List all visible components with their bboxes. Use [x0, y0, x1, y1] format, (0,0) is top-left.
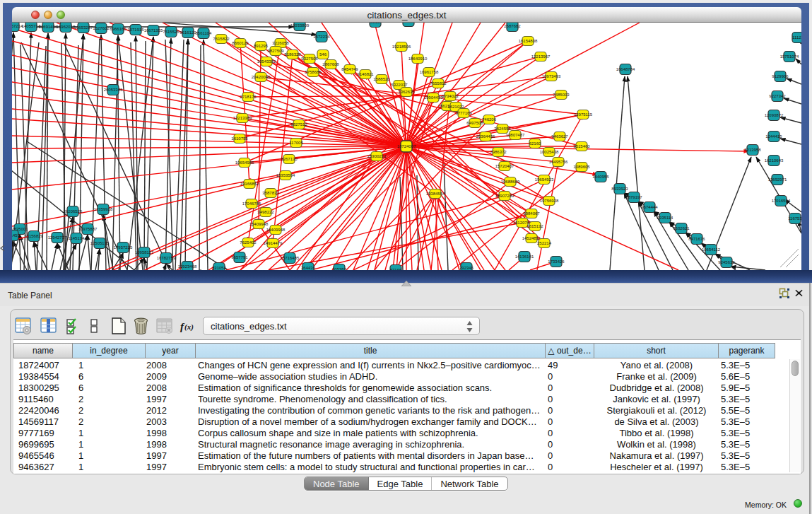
svg-text:12505135: 12505135	[90, 241, 110, 245]
svg-text:7485003: 7485003	[553, 93, 570, 97]
svg-text:12093872: 12093872	[765, 113, 784, 117]
svg-text:12213967: 12213967	[531, 54, 551, 59]
svg-text:26206526: 26206526	[64, 209, 83, 214]
svg-text:3498222: 3498222	[257, 210, 274, 214]
svg-text:16782759: 16782759	[157, 256, 176, 260]
svg-text:16671355: 16671355	[144, 28, 163, 33]
svg-text:1362635: 1362635	[398, 90, 415, 94]
svg-text:5758685: 5758685	[305, 70, 322, 74]
svg-text:10654112: 10654112	[702, 247, 721, 252]
svg-text:8471676: 8471676	[688, 237, 705, 241]
svg-text:6879197: 6879197	[625, 195, 642, 199]
svg-text:2935114: 2935114	[657, 216, 674, 220]
svg-text:9146821: 9146821	[357, 72, 374, 76]
svg-text:16961758: 16961758	[420, 70, 439, 74]
svg-text:1588520: 1588520	[373, 77, 390, 81]
svg-text:10688609: 10688609	[501, 180, 520, 184]
svg-text:1071915: 1071915	[127, 28, 144, 32]
svg-text:1244415: 1244415	[765, 134, 782, 139]
svg-text:16154808: 16154808	[519, 39, 538, 43]
svg-text:13692971: 13692971	[768, 177, 787, 182]
svg-text:9984067: 9984067	[523, 211, 540, 216]
svg-text:16033809: 16033809	[290, 23, 310, 28]
svg-text:3624554: 3624554	[494, 127, 511, 131]
svg-text:9674444: 9674444	[641, 205, 658, 209]
svg-text:746206: 746206	[482, 117, 497, 122]
svg-text:12975115: 12975115	[574, 112, 593, 117]
svg-text:16210643: 16210643	[765, 158, 784, 163]
svg-text:8813: 8813	[370, 23, 380, 24]
svg-text:252214: 252214	[537, 241, 552, 245]
svg-text:14524851: 14524851	[522, 236, 541, 240]
svg-text:16648784: 16648784	[616, 67, 635, 71]
svg-text:9827509: 9827509	[267, 49, 284, 53]
svg-text:8933923: 8933923	[611, 187, 628, 191]
svg-text:14495756: 14495756	[549, 160, 568, 164]
svg-text:1089605: 1089605	[573, 165, 590, 169]
svg-text:15353594: 15353594	[276, 173, 295, 177]
svg-text:2867608: 2867608	[322, 62, 339, 66]
svg-text:19218506: 19218506	[392, 45, 411, 49]
svg-text:2687682: 2687682	[504, 24, 521, 28]
svg-text:6966160: 6966160	[110, 27, 126, 31]
svg-text:7615822: 7615822	[213, 37, 230, 41]
svg-text:15716485: 15716485	[281, 256, 300, 260]
svg-text:19654923: 19654923	[535, 177, 554, 182]
svg-text:19756928: 19756928	[540, 199, 559, 203]
svg-text:20420046: 20420046	[252, 75, 271, 79]
svg-text:10973493: 10973493	[542, 74, 561, 78]
svg-text:20691406: 20691406	[39, 25, 58, 29]
svg-text:10025438: 10025438	[540, 150, 559, 154]
svg-text:8561104: 8561104	[196, 31, 213, 35]
svg-text:10975887: 10975887	[78, 227, 98, 231]
svg-text:8454749: 8454749	[341, 67, 358, 71]
svg-text:8213958: 8213958	[744, 148, 761, 152]
svg-text:9227342: 9227342	[769, 94, 786, 98]
svg-text:116753: 116753	[788, 216, 801, 221]
svg-text:7625402: 7625402	[240, 240, 257, 245]
svg-text:9616120: 9616120	[180, 30, 196, 35]
svg-text:14136141: 14136141	[515, 255, 534, 259]
svg-text:1610755: 1610755	[231, 136, 248, 141]
svg-text:9245612: 9245612	[718, 260, 735, 264]
svg-text:15720407: 15720407	[495, 164, 514, 168]
svg-text:891295: 891295	[254, 44, 269, 48]
svg-text:8267130: 8267130	[281, 157, 298, 161]
svg-text:3587833: 3587833	[262, 191, 279, 195]
svg-text:9129906: 9129906	[772, 74, 789, 78]
svg-text:9827512: 9827512	[290, 122, 307, 127]
svg-text:5322037: 5322037	[391, 83, 408, 87]
svg-text:17046786: 17046786	[242, 201, 261, 206]
svg-text:15751074: 15751074	[780, 54, 799, 59]
svg-text:6497508: 6497508	[466, 121, 483, 125]
svg-text:9734023: 9734023	[442, 94, 459, 98]
svg-text:7986372: 7986372	[490, 150, 507, 154]
svg-text:9777169: 9777169	[455, 111, 472, 115]
svg-text:10653287: 10653287	[74, 25, 93, 30]
svg-text:25300213: 25300213	[367, 154, 387, 158]
svg-text:1527602: 1527602	[93, 26, 110, 30]
svg-text:17957225: 17957225	[114, 245, 133, 250]
svg-text:15409948: 15409948	[249, 222, 269, 226]
svg-text:12923468: 12923468	[178, 264, 197, 269]
svg-text:10654985: 10654985	[235, 160, 254, 165]
svg-text:117005: 117005	[289, 141, 303, 145]
svg-text:10958117: 10958117	[135, 250, 154, 255]
svg-text:9657791: 9657791	[231, 255, 248, 259]
svg-text:7515526: 7515526	[163, 30, 180, 34]
svg-text:1733426: 1733426	[548, 259, 565, 264]
svg-text:3572234: 3572234	[313, 35, 330, 39]
svg-text:14914479: 14914479	[264, 241, 283, 245]
svg-text:26053346: 26053346	[104, 88, 123, 92]
svg-text:11123: 11123	[792, 35, 801, 40]
svg-text:10543382: 10543382	[257, 59, 276, 64]
svg-text:12942737: 12942737	[48, 235, 67, 240]
svg-text:9515460: 9515460	[573, 144, 590, 148]
svg-text:1145134: 1145134	[69, 236, 86, 240]
svg-text:991457: 991457	[12, 233, 20, 238]
svg-text:10961: 10961	[403, 23, 415, 23]
svg-text:8660123: 8660123	[232, 41, 249, 45]
svg-text:18724007: 18724007	[397, 144, 416, 148]
svg-text:18640910: 18640910	[408, 57, 428, 61]
svg-text:7655812: 7655812	[430, 81, 447, 86]
